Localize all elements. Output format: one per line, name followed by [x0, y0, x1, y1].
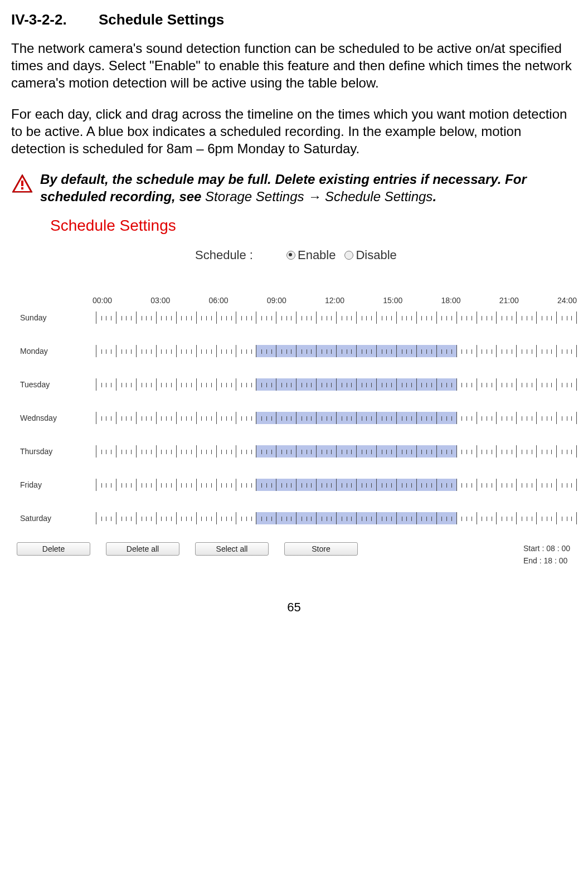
- day-label: Friday: [17, 480, 96, 489]
- day-timeline[interactable]: [96, 512, 577, 524]
- panel-title: Schedule Settings: [50, 217, 577, 235]
- day-row: Wednsday: [17, 408, 577, 427]
- page-number: 65: [11, 600, 577, 615]
- day-row: Monday: [17, 342, 577, 361]
- button-bar: Delete Delete all Select all Store Start…: [17, 542, 577, 567]
- day-label: Saturday: [17, 514, 96, 523]
- start-text: Start : 08 : 00: [523, 542, 570, 554]
- schedule-label: Schedule :: [195, 248, 253, 262]
- timeline-area: 00:0003:0006:0009:0012:0015:0018:0021:00…: [17, 296, 577, 567]
- warning-icon: [11, 173, 33, 197]
- time-label: 18:00: [441, 296, 499, 305]
- store-button[interactable]: Store: [284, 542, 358, 556]
- time-label: 15:00: [383, 296, 441, 305]
- day-label: Wednsday: [17, 413, 96, 422]
- schedule-enable-row: Schedule : Enable Disable: [50, 248, 577, 262]
- day-label: Monday: [17, 347, 96, 356]
- delete-all-button[interactable]: Delete all: [106, 542, 179, 556]
- time-label: 12:00: [325, 296, 383, 305]
- section-heading: IV-3-2-2. Schedule Settings: [11, 11, 577, 28]
- delete-button[interactable]: Delete: [17, 542, 90, 556]
- day-label: Thursday: [17, 447, 96, 456]
- disable-radio[interactable]: [344, 251, 353, 260]
- day-timeline[interactable]: [96, 412, 577, 424]
- enable-radio[interactable]: [286, 251, 295, 260]
- svg-rect-3: [21, 187, 23, 189]
- day-row: Thursday: [17, 442, 577, 461]
- day-row: Tuesday: [17, 375, 577, 394]
- note-row: By default, the schedule may be full. De…: [11, 171, 577, 205]
- note-text: By default, the schedule may be full. De…: [40, 171, 577, 205]
- time-label: 21:00: [499, 296, 557, 305]
- day-timeline[interactable]: [96, 445, 577, 458]
- time-label: 06:00: [209, 296, 267, 305]
- schedule-panel: Schedule Settings Schedule : Enable Disa…: [50, 217, 577, 567]
- day-row: Saturday: [17, 509, 577, 528]
- start-end: Start : 08 : 00 End : 18 : 00: [523, 542, 577, 567]
- day-label: Sunday: [17, 313, 96, 322]
- end-text: End : 18 : 00: [523, 554, 570, 567]
- time-header: 00:0003:0006:0009:0012:0015:0018:0021:00…: [93, 296, 577, 305]
- day-timeline[interactable]: [96, 479, 577, 491]
- paragraph-2: For each day, click and drag across the …: [11, 105, 577, 158]
- day-timeline[interactable]: [96, 345, 577, 357]
- day-label: Tuesday: [17, 380, 96, 389]
- time-label: 24:00: [557, 296, 577, 305]
- svg-rect-2: [21, 181, 23, 186]
- note-plain-1: Storage Settings: [205, 189, 308, 204]
- note-bold-2: .: [433, 189, 436, 204]
- section-title: Schedule Settings: [99, 11, 224, 28]
- note-plain-2: Schedule Settings: [325, 189, 433, 204]
- time-label: 00:00: [93, 296, 150, 305]
- time-label: 03:00: [150, 296, 208, 305]
- note-arrow: →: [308, 189, 325, 204]
- enable-label: Enable: [298, 248, 336, 262]
- disable-label: Disable: [356, 248, 396, 262]
- day-row: Sunday: [17, 308, 577, 327]
- paragraph-1: The network camera's sound detection fun…: [11, 40, 577, 92]
- day-timeline[interactable]: [96, 312, 577, 324]
- day-row: Friday: [17, 475, 577, 494]
- section-number: IV-3-2-2.: [11, 11, 67, 28]
- day-timeline[interactable]: [96, 378, 577, 391]
- time-label: 09:00: [267, 296, 325, 305]
- select-all-button[interactable]: Select all: [195, 542, 269, 556]
